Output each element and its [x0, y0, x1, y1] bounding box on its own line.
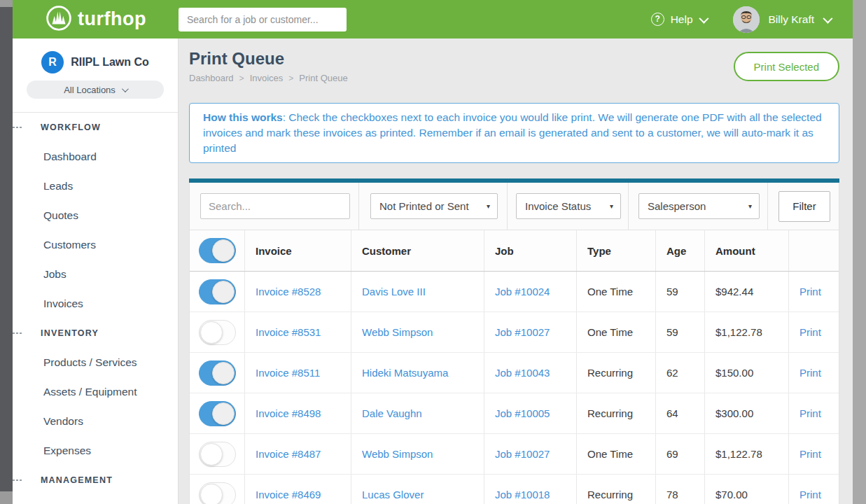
sidebar-entry[interactable]: Quotes	[13, 201, 178, 230]
invoice-type: One Time	[576, 434, 655, 474]
location-selector[interactable]: All Locations	[27, 80, 164, 99]
invoice-amount: $70.00	[704, 475, 788, 504]
breadcrumb-current: Print Queue	[299, 73, 347, 83]
sidebar-entry[interactable]: WORKFLOW	[13, 113, 178, 142]
sidebar-entry[interactable]: Dashboard	[13, 142, 178, 172]
caret-down-icon: ▾	[610, 202, 613, 210]
table-row: Invoice #8487 Webb Simpson Job #10027 On…	[190, 434, 839, 475]
print-link[interactable]: Print	[799, 448, 821, 460]
job-link[interactable]: Job #10024	[495, 286, 550, 298]
salesperson-select[interactable]: Salesperson ▾	[638, 193, 760, 219]
invoice-link[interactable]: Invoice #8528	[256, 286, 321, 298]
invoice-age: 59	[655, 272, 704, 312]
sidebar-entry-label: INVENTORY	[41, 328, 99, 338]
job-link[interactable]: Job #10027	[495, 326, 550, 338]
select-all-toggle[interactable]	[199, 238, 236, 263]
invoice-amount: $1,122.78	[704, 434, 788, 474]
table-search-input[interactable]	[200, 193, 350, 219]
section-dash-icon	[13, 127, 22, 128]
sidebar-entry[interactable]: Leads	[13, 172, 178, 201]
sidebar-entry-label: Jobs	[43, 268, 67, 281]
invoice-table-card: Not Printed or Sent ▾ Invoice Status ▾ S…	[189, 178, 839, 504]
sidebar-entry-label: MANAGEMENT	[41, 475, 113, 485]
customer-link[interactable]: Lucas Glover	[362, 489, 424, 500]
job-link[interactable]: Job #10043	[495, 367, 550, 379]
invoice-amount: $1,122.78	[704, 312, 788, 352]
customer-link[interactable]: Hideki Matsuyama	[362, 367, 448, 379]
customer-link[interactable]: Dale Vaughn	[362, 407, 422, 419]
row-select-toggle[interactable]	[199, 401, 236, 426]
printed-filter-value: Not Printed or Sent	[379, 200, 469, 212]
brand[interactable]: turfhop	[13, 5, 179, 34]
sidebar-entry[interactable]: Vendors	[13, 407, 178, 436]
breadcrumb: Dashboard > Invoices > Print Queue	[189, 73, 348, 83]
column-header-actions	[788, 230, 839, 271]
filter-button[interactable]: Filter	[778, 191, 830, 222]
job-link[interactable]: Job #10018	[495, 489, 550, 500]
toggle-knob	[212, 362, 235, 384]
job-link[interactable]: Job #10005	[495, 407, 550, 419]
print-link[interactable]: Print	[799, 489, 821, 500]
help-icon: ?	[651, 13, 664, 26]
invoice-status-select[interactable]: Invoice Status ▾	[516, 193, 621, 219]
print-link[interactable]: Print	[799, 407, 821, 419]
invoice-link[interactable]: Invoice #8487	[256, 448, 321, 460]
invoice-link[interactable]: Invoice #8469	[256, 489, 321, 500]
print-link[interactable]: Print	[799, 286, 821, 298]
sidebar-entry-label: Dashboard	[43, 150, 97, 163]
row-select-toggle[interactable]	[199, 442, 236, 467]
print-link[interactable]: Print	[799, 326, 821, 338]
sidebar-entry-label: Invoices	[43, 298, 83, 310]
invoice-type: Recurring	[576, 475, 655, 504]
invoice-type: Recurring	[576, 393, 655, 433]
left-scrollbar-thumb[interactable]	[0, 7, 13, 491]
customer-link[interactable]: Webb Simpson	[362, 448, 433, 460]
row-select-toggle[interactable]	[199, 320, 236, 345]
sidebar-entry[interactable]: MANAGEMENT	[13, 465, 178, 495]
help-menu[interactable]: ? Help	[651, 13, 706, 26]
printed-filter-select[interactable]: Not Printed or Sent ▾	[370, 193, 498, 219]
sidebar-entry[interactable]: Assets / Equipment	[13, 377, 178, 407]
sidebar: R RIIPL Lawn Co All Locations WORKFLOW D…	[13, 38, 179, 504]
invoice-amount: $300.00	[704, 393, 788, 433]
breadcrumb-invoices[interactable]: Invoices	[250, 73, 284, 83]
invoice-link[interactable]: Invoice #8498	[256, 407, 321, 419]
global-search-input[interactable]	[179, 8, 347, 31]
sidebar-entry[interactable]: REPORTS	[13, 495, 178, 504]
sidebar-entry-label: Customers	[43, 239, 96, 251]
sidebar-entry-label: Vendors	[43, 415, 83, 428]
sidebar-entry[interactable]: Customers	[13, 230, 178, 260]
customer-link[interactable]: Webb Simpson	[362, 326, 433, 338]
sidebar-entry[interactable]: INVENTORY	[13, 318, 178, 348]
invoice-link[interactable]: Invoice #8511	[256, 367, 320, 379]
breadcrumb-dashboard[interactable]: Dashboard	[189, 73, 234, 83]
chevron-down-icon	[823, 13, 832, 23]
column-header-job: Job	[484, 230, 576, 271]
invoice-status-value: Invoice Status	[525, 200, 591, 212]
invoice-amount: $942.44	[704, 272, 788, 312]
print-link[interactable]: Print	[799, 367, 821, 379]
company-selector[interactable]: R RIIPL Lawn Co	[13, 48, 178, 76]
invoice-link[interactable]: Invoice #8531	[256, 326, 321, 338]
sidebar-entry[interactable]: Products / Services	[13, 348, 178, 377]
row-select-toggle[interactable]	[199, 279, 236, 304]
main-content: Print Queue Dashboard > Invoices > Print…	[179, 38, 853, 504]
chevron-down-icon	[699, 13, 708, 23]
sidebar-entry[interactable]: Expenses	[13, 436, 178, 465]
left-scrollbar[interactable]	[0, 0, 13, 504]
right-scrollbar[interactable]	[853, 0, 866, 504]
sidebar-entry[interactable]: Jobs	[13, 260, 178, 289]
row-select-toggle[interactable]	[199, 482, 236, 504]
table-row: Invoice #8528 Davis Love III Job #10024 …	[190, 272, 839, 312]
invoice-age: 64	[655, 393, 704, 433]
sidebar-entry[interactable]: Invoices	[13, 289, 178, 318]
sidebar-entry-label: Leads	[43, 180, 73, 192]
user-menu[interactable]: Billy Kraft	[733, 6, 830, 33]
row-select-toggle[interactable]	[199, 360, 236, 386]
print-selected-button[interactable]: Print Selected	[734, 52, 839, 81]
table-row: Invoice #8469 Lucas Glover Job #10018 Re…	[190, 475, 839, 504]
customer-link[interactable]: Davis Love III	[362, 286, 426, 298]
sidebar-entry-label: Assets / Equipment	[43, 386, 137, 398]
column-header-amount: Amount	[704, 230, 788, 271]
job-link[interactable]: Job #10027	[495, 448, 550, 460]
